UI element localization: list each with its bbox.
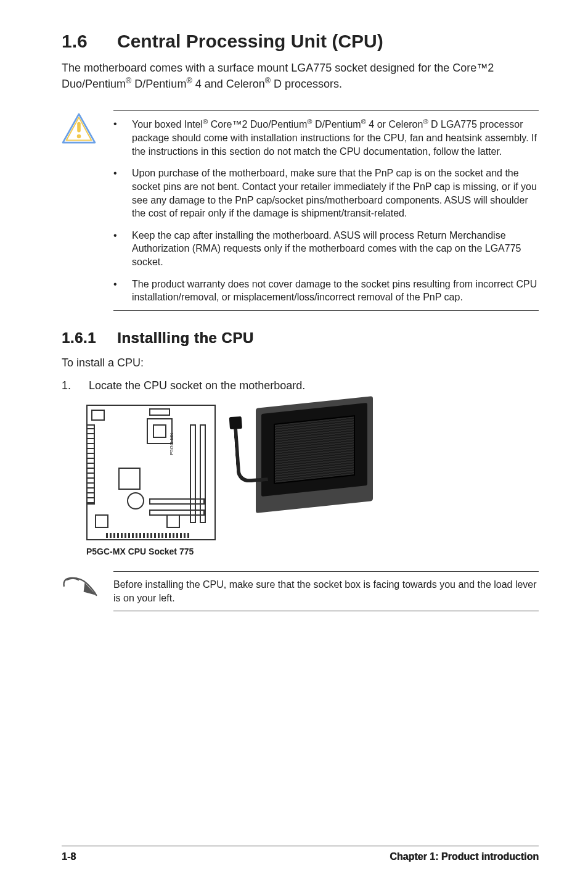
cpu-socket-diagram bbox=[253, 402, 376, 507]
intro-paragraph: The motherboard comes with a surface mou… bbox=[62, 60, 539, 92]
subsection-number: 1.6.1 bbox=[62, 329, 117, 347]
note-body: Before installing the CPU, make sure tha… bbox=[113, 571, 539, 611]
subsection-title: Installling the CPU bbox=[117, 329, 254, 346]
section-number: 1.6 bbox=[62, 31, 117, 52]
section-title: Central Processing Unit (CPU) bbox=[117, 31, 383, 51]
step-text: Locate the CPU socket on the motherboard… bbox=[89, 379, 305, 392]
section-heading: 1.6Central Processing Unit (CPU) bbox=[62, 31, 539, 52]
warning-item: • Upon purchase of the motherboard, make… bbox=[113, 167, 539, 220]
figure-caption: P5GC-MX CPU Socket 775 bbox=[86, 547, 539, 556]
lead-text: To install a CPU: bbox=[62, 355, 539, 371]
note-item: Before installing the CPU, make sure tha… bbox=[113, 578, 539, 604]
page-footer: 1-8 Chapter 1: Product introduction bbox=[62, 846, 539, 862]
motherboard-diagram: P5GC-MX bbox=[86, 405, 216, 540]
warning-item: • Your boxed Intel® Core™2 Duo/Pentium® … bbox=[113, 117, 539, 158]
svg-point-3 bbox=[77, 134, 81, 138]
warning-callout: • Your boxed Intel® Core™2 Duo/Pentium® … bbox=[62, 110, 539, 310]
figure-row: P5GC-MX bbox=[86, 405, 539, 540]
note-icon bbox=[62, 571, 99, 611]
svg-rect-2 bbox=[77, 122, 81, 133]
warning-body: • Your boxed Intel® Core™2 Duo/Pentium® … bbox=[113, 110, 539, 310]
warning-item: • The product warranty does not cover da… bbox=[113, 278, 539, 304]
step-1: 1. Locate the CPU socket on the motherbo… bbox=[62, 379, 539, 392]
note-callout: Before installing the CPU, make sure tha… bbox=[62, 571, 539, 611]
chapter-label: Chapter 1: Product introduction bbox=[390, 851, 539, 862]
board-label: P5GC-MX bbox=[169, 433, 174, 455]
warning-icon bbox=[62, 110, 99, 310]
step-number: 1. bbox=[62, 379, 74, 392]
subsection-heading: 1.6.1Installling the CPU bbox=[62, 329, 539, 347]
warning-item: • Keep the cap after installing the moth… bbox=[113, 229, 539, 269]
page-number: 1-8 bbox=[62, 851, 76, 862]
